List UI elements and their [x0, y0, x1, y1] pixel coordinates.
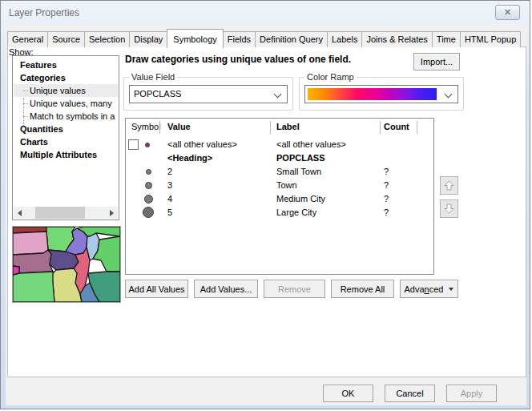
tree-item-quantities[interactable]: Quantities: [14, 123, 118, 135]
advanced-dropdown-button[interactable]: Advanced: [400, 280, 458, 298]
table-row[interactable]: 4 Medium City ?: [126, 192, 433, 206]
map-preview: [12, 226, 121, 303]
move-up-button[interactable]: [440, 176, 458, 195]
cell-label[interactable]: <all other values>: [276, 138, 346, 151]
cell-value: 4: [167, 192, 172, 206]
table-row[interactable]: 3 Town ?: [126, 179, 433, 192]
scroll-left-icon[interactable]: [14, 207, 26, 219]
cell-count: ?: [384, 179, 389, 192]
all-other-values-checkbox[interactable]: [128, 139, 139, 150]
value-field-group: Value Field POPCLASS: [123, 77, 293, 111]
column-divider: [417, 121, 417, 134]
point-symbol-icon[interactable]: [145, 182, 152, 189]
tab-selection[interactable]: Selection: [84, 31, 130, 47]
cell-label[interactable]: POPCLASS: [276, 151, 325, 165]
point-symbol-icon[interactable]: [143, 207, 154, 218]
cell-label[interactable]: Large City: [276, 206, 316, 220]
show-tree: Features Categories Unique values Unique…: [12, 55, 119, 220]
color-ramp-gradient: [308, 88, 437, 100]
tab-display[interactable]: Display: [129, 31, 167, 47]
tree-item-features[interactable]: Features: [14, 58, 118, 71]
map-region: [13, 232, 48, 255]
color-ramp-label: Color Ramp: [304, 72, 357, 82]
cell-count: ?: [384, 165, 389, 179]
value-field-dropdown[interactable]: POPCLASS: [129, 85, 288, 103]
tab-source[interactable]: Source: [47, 31, 85, 47]
cell-count: ?: [384, 206, 389, 220]
cell-label[interactable]: Medium City: [276, 192, 325, 206]
advanced-label: Advanced: [405, 284, 444, 294]
table-row[interactable]: 5 Large City ?: [126, 206, 433, 220]
apply-button[interactable]: Apply: [446, 385, 497, 402]
cell-value: <all other values>: [167, 138, 237, 151]
tree-item-unique-values[interactable]: Unique values: [14, 84, 118, 97]
color-ramp-group: Color Ramp: [299, 77, 464, 111]
tab-fields[interactable]: Fields: [223, 31, 256, 47]
cell-value: <Heading>: [167, 151, 212, 165]
table-row-all-other-values[interactable]: <all other values> <all other values>: [126, 138, 433, 151]
layer-properties-dialog: Layer Properties ✕ General Source Select…: [0, 0, 530, 409]
column-header-label[interactable]: Label: [276, 119, 300, 135]
tab-general[interactable]: General: [7, 31, 48, 47]
ok-button[interactable]: OK: [323, 385, 373, 402]
tab-symbology[interactable]: Symbology: [167, 29, 223, 48]
scrollbar-track[interactable]: [26, 207, 106, 219]
tree-item-multiple-attributes[interactable]: Multiple Attributes: [14, 148, 118, 161]
add-values-button[interactable]: Add Values...: [194, 280, 258, 298]
table-row[interactable]: 2 Small Town ?: [126, 165, 433, 179]
value-field-label: Value Field: [129, 72, 177, 82]
down-arrow-icon: [443, 203, 455, 215]
point-symbol-icon[interactable]: [146, 169, 151, 175]
chevron-down-icon: [274, 91, 282, 99]
tab-labels[interactable]: Labels: [327, 31, 362, 47]
dropdown-arrow-icon: [449, 288, 453, 291]
up-arrow-icon: [443, 179, 455, 191]
table-row-heading[interactable]: <Heading> POPCLASS: [126, 151, 433, 165]
cell-label[interactable]: Town: [276, 179, 297, 192]
column-header-symbol[interactable]: Symbol: [131, 119, 161, 135]
tab-definition-query[interactable]: Definition Query: [255, 31, 328, 47]
tree-item-match-to-symbols[interactable]: Match to symbols in a: [14, 110, 118, 123]
tree-item-unique-values-many[interactable]: Unique values, many: [14, 97, 118, 110]
column-header-value[interactable]: Value: [167, 119, 191, 135]
symbol-table: Symbol Value Label Count <all other valu…: [125, 118, 434, 275]
remove-all-button[interactable]: Remove All: [331, 280, 394, 298]
column-header-count[interactable]: Count: [384, 119, 409, 135]
cell-label[interactable]: Small Town: [276, 165, 321, 179]
import-button[interactable]: Import...: [413, 53, 460, 71]
title-bar[interactable]: Layer Properties ✕: [1, 1, 530, 24]
close-icon: ✕: [504, 8, 511, 17]
column-divider: [159, 121, 160, 134]
tab-html-popup[interactable]: HTML Popup: [460, 31, 521, 47]
tab-strip: General Source Selection Display Symbolo…: [7, 30, 521, 47]
window-title: Layer Properties: [9, 7, 79, 18]
column-divider: [380, 121, 381, 134]
panel-description: Draw categories using unique values of o…: [125, 54, 409, 65]
point-symbol-icon[interactable]: [145, 143, 150, 147]
tree-horizontal-scrollbar[interactable]: [14, 207, 118, 219]
cancel-button[interactable]: Cancel: [385, 385, 435, 402]
close-button[interactable]: ✕: [495, 5, 520, 20]
tab-time[interactable]: Time: [432, 31, 461, 47]
cell-value: 3: [167, 179, 172, 192]
scrollbar-thumb[interactable]: [35, 207, 85, 219]
map-preview-image: [13, 227, 120, 302]
map-region: [13, 266, 19, 275]
tree-item-charts[interactable]: Charts: [14, 135, 118, 148]
column-divider: [270, 121, 271, 134]
cell-count: ?: [384, 192, 389, 206]
show-tree-items: Features Categories Unique values Unique…: [14, 58, 118, 207]
point-symbol-icon[interactable]: [144, 195, 153, 203]
remove-button[interactable]: Remove: [264, 280, 325, 298]
tab-joins-relates[interactable]: Joins & Relates: [361, 31, 432, 47]
color-ramp-dropdown[interactable]: [304, 85, 458, 103]
cell-value: 5: [167, 206, 172, 220]
chevron-down-icon: [445, 91, 453, 99]
scroll-right-icon[interactable]: [106, 207, 118, 219]
add-all-values-button[interactable]: Add All Values: [125, 280, 188, 298]
value-field-selected: POPCLASS: [134, 86, 181, 103]
move-down-button[interactable]: [440, 199, 458, 218]
tree-item-categories[interactable]: Categories: [14, 71, 118, 84]
map-region: [13, 272, 54, 302]
cell-value: 2: [167, 165, 172, 179]
